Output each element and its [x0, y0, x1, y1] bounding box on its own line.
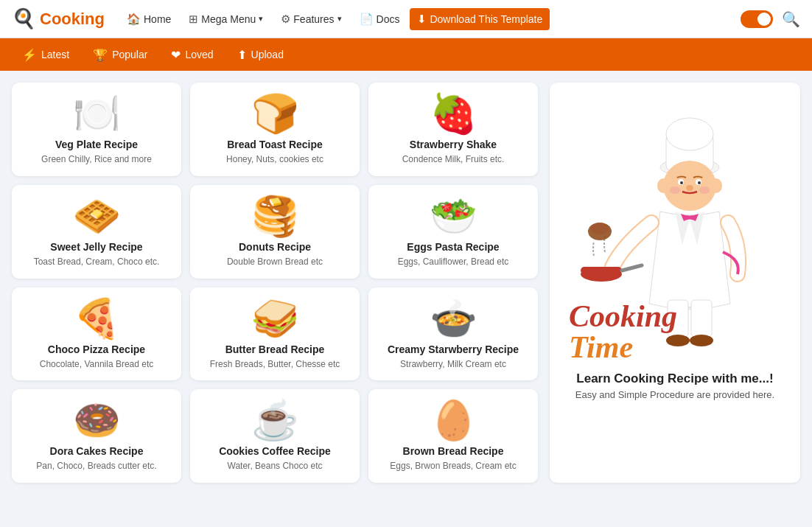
nav-arrow-features: ▾ [337, 14, 342, 24]
recipe-desc-strawberry-shake: Condence Milk, Fruits etc. [402, 153, 505, 166]
recipe-emoji-bread-toast: 🍞 [251, 94, 299, 133]
recipe-desc-butter-bread: Fresh Breads, Butter, Chesse etc [210, 358, 340, 371]
recipe-card-bread-toast[interactable]: 🍞 Bread Toast Recipe Honey, Nuts, cookie… [190, 83, 360, 176]
svg-point-12 [710, 178, 722, 193]
recipe-name-creamy-strawberry: Creamy Starwberry Recipe [388, 343, 519, 355]
svg-point-7 [698, 181, 701, 184]
nav-label-mega-menu: Mega Menu [201, 13, 256, 25]
recipe-desc-veg-plate: Green Chilly, Rice and more [41, 153, 152, 166]
svg-rect-14 [581, 267, 622, 274]
recipe-desc-eggs-pasta: Eggs, Cauliflower, Bread etc [398, 256, 509, 268]
nav-icon-features: ⚙ [281, 13, 290, 26]
recipe-card-brown-bread[interactable]: 🥚 Brown Bread Recipe Eggs, Brwon Breads,… [368, 389, 538, 483]
recipe-grid: 🍽️ Veg Plate Recipe Green Chilly, Rice a… [12, 83, 538, 483]
recipe-name-brown-bread: Brown Bread Recipe [403, 445, 504, 457]
recipe-card-strawberry-shake[interactable]: 🍓 Strawberry Shake Condence Milk, Fruits… [368, 83, 538, 176]
tab-label-upload: Upload [251, 49, 284, 60]
svg-rect-20 [691, 300, 712, 337]
recipe-name-choco-pizza: Choco Pizza Recipe [48, 343, 145, 355]
tabs-bar: ⚡ Latest🏆 Popular❤ Loved⬆ Upload [0, 38, 812, 71]
svg-point-2 [666, 118, 713, 150]
recipe-desc-cookies-coffee: Water, Beans Choco etc [228, 460, 323, 472]
nav-label-docs: Docs [377, 13, 400, 25]
nav-label-features: Features [293, 13, 334, 25]
main-content: 🍽️ Veg Plate Recipe Green Chilly, Rice a… [0, 71, 812, 495]
recipe-emoji-veg-plate: 🍽️ [73, 94, 121, 133]
cooking-word: Cooking [569, 301, 677, 332]
recipe-desc-donuts: Double Brown Bread etc [227, 256, 323, 268]
svg-point-11 [657, 178, 669, 193]
recipe-name-butter-bread: Butter Bread Recipe [225, 343, 325, 355]
sidebar: Cooking Time Learn Cooking Recipe with m… [550, 83, 800, 483]
recipe-card-creamy-strawberry[interactable]: 🍲 Creamy Starwberry Recipe Strawberry, M… [368, 287, 538, 381]
recipe-emoji-brown-bread: 🥚 [430, 401, 477, 439]
recipe-name-veg-plate: Veg Plate Recipe [55, 139, 138, 150]
nav-icon-download: ⬇ [417, 13, 427, 26]
recipe-name-sweet-jelly: Sweet Jelly Recipe [50, 241, 142, 253]
tab-latest[interactable]: ⚡ Latest [12, 43, 80, 66]
tab-icon-upload: ⬆ [237, 48, 247, 62]
main-header: 🍳 Cooking 🏠 Home ⊞ Mega Menu ▾⚙ Features… [0, 0, 812, 38]
tab-label-latest: Latest [41, 49, 69, 60]
recipe-emoji-sweet-jelly: 🧇 [73, 197, 121, 235]
logo-text: Cooking [40, 10, 105, 29]
recipe-desc-choco-pizza: Chocolate, Vannila Bread etc [40, 358, 154, 371]
header-right: 🔍 [741, 10, 800, 28]
cooking-time-text: Cooking Time [569, 301, 677, 363]
recipe-emoji-butter-bread: 🥪 [251, 299, 299, 338]
svg-point-17 [591, 223, 609, 234]
tab-icon-loved: ❤ [171, 48, 181, 62]
svg-point-8 [686, 185, 693, 191]
recipe-card-choco-pizza[interactable]: 🍕 Choco Pizza Recipe Chocolate, Vannila … [12, 287, 181, 381]
nav-item-mega-menu[interactable]: ⊞ Mega Menu ▾ [181, 8, 270, 30]
recipe-name-bread-toast: Bread Toast Recipe [227, 139, 323, 150]
tab-upload[interactable]: ⬆ Upload [227, 43, 294, 66]
recipe-desc-sweet-jelly: Toast Bread, Cream, Choco etc. [34, 256, 160, 268]
recipe-card-cookies-coffee[interactable]: ☕ Cookies Coffee Recipe Water, Beans Cho… [190, 389, 360, 483]
recipe-name-dora-cakes: Dora Cakes Recipe [50, 445, 144, 457]
svg-point-6 [680, 181, 683, 184]
search-button[interactable]: 🔍 [782, 10, 800, 28]
nav-icon-home: 🏠 [127, 13, 141, 26]
chef-illustration: Cooking Time [561, 97, 788, 363]
recipe-desc-creamy-strawberry: Strawberry, Milk Cream etc [400, 358, 506, 371]
recipe-emoji-strawberry-shake: 🍓 [430, 94, 477, 133]
tab-loved[interactable]: ❤ Loved [161, 43, 223, 66]
tagline-main: Learn Cooking Recipe with me...! [575, 371, 774, 386]
recipe-desc-bread-toast: Honey, Nuts, cookies etc [226, 153, 323, 166]
svg-point-10 [699, 186, 710, 194]
nav-item-docs[interactable]: 📄 Docs [352, 8, 407, 30]
recipe-emoji-dora-cakes: 🍩 [73, 401, 121, 439]
nav-item-features[interactable]: ⚙ Features ▾ [273, 8, 349, 30]
recipe-emoji-eggs-pasta: 🥗 [430, 197, 477, 235]
nav-item-download[interactable]: ⬇ Download This Template [410, 8, 550, 30]
svg-point-22 [690, 335, 713, 346]
recipe-card-eggs-pasta[interactable]: 🥗 Eggs Pasta Recipe Eggs, Cauliflower, B… [368, 185, 538, 279]
tab-label-popular: Popular [112, 49, 147, 60]
tab-icon-popular: 🏆 [93, 48, 108, 62]
nav-item-home[interactable]: 🏠 Home [119, 8, 178, 30]
recipe-name-donuts: Donuts Recipe [239, 241, 311, 253]
main-nav: 🏠 Home ⊞ Mega Menu ▾⚙ Features ▾📄 Docs ⬇… [119, 8, 735, 30]
nav-icon-docs: 📄 [360, 13, 374, 26]
recipe-emoji-donuts: 🥞 [251, 197, 299, 235]
tab-popular[interactable]: 🏆 Popular [83, 43, 158, 66]
nav-label-home: Home [144, 13, 171, 25]
recipe-card-butter-bread[interactable]: 🥪 Butter Bread Recipe Fresh Breads, Butt… [190, 287, 360, 381]
recipe-name-cookies-coffee: Cookies Coffee Recipe [219, 445, 331, 457]
tab-icon-latest: ⚡ [22, 48, 37, 62]
recipe-desc-dora-cakes: Pan, Choco, Breads cutter etc. [36, 460, 156, 472]
tagline-sub: Easy and Simple Procedure are provided h… [575, 389, 774, 400]
recipe-desc-brown-bread: Eggs, Brwon Breads, Cream etc [390, 460, 516, 472]
svg-line-15 [622, 265, 642, 271]
recipe-card-donuts[interactable]: 🥞 Donuts Recipe Double Brown Bread etc [190, 185, 360, 279]
logo[interactable]: 🍳 Cooking [12, 7, 105, 30]
time-word: Time [569, 332, 677, 363]
dark-mode-toggle[interactable] [741, 10, 773, 28]
recipe-emoji-choco-pizza: 🍕 [73, 299, 121, 338]
recipe-card-dora-cakes[interactable]: 🍩 Dora Cakes Recipe Pan, Choco, Breads c… [12, 389, 181, 483]
recipe-card-sweet-jelly[interactable]: 🧇 Sweet Jelly Recipe Toast Bread, Cream,… [12, 185, 181, 279]
recipe-emoji-cookies-coffee: ☕ [251, 401, 299, 439]
recipe-card-veg-plate[interactable]: 🍽️ Veg Plate Recipe Green Chilly, Rice a… [12, 83, 181, 176]
logo-icon: 🍳 [12, 7, 35, 30]
